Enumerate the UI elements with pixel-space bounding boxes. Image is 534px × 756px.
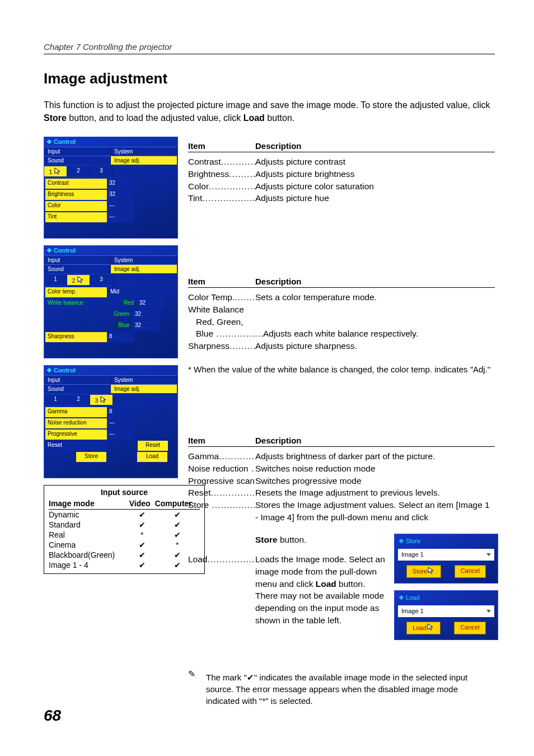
store-cancel-button[interactable]: Cancel [455, 565, 486, 577]
subtab-2[interactable]: 2 [67, 395, 90, 405]
label-noise-red[interactable]: Noise reduction [45, 418, 107, 428]
page-number: 68 [44, 707, 61, 725]
label-color[interactable]: Color [45, 201, 107, 211]
table-row: Cinema✔* [49, 540, 200, 550]
subtab-2[interactable]: 2 [67, 275, 90, 285]
footnote-mark: The mark "✔" indicates the available ima… [206, 671, 475, 707]
cursor-icon [77, 276, 85, 284]
desc-row: Sharpness.................Adjusts pictur… [188, 340, 495, 352]
desc-row: Load.............................Loads t… [188, 553, 386, 626]
value-red[interactable]: 32 [137, 298, 164, 309]
label-green: Green [107, 310, 133, 320]
value-sharpness[interactable]: 8 [107, 332, 134, 342]
tab-image-adj[interactable]: Image adj. [111, 264, 177, 273]
value-contrast[interactable]: 32 [107, 179, 134, 189]
col-image-mode: Image mode [49, 498, 129, 510]
label-colortemp[interactable]: Color temp. [45, 287, 107, 297]
table-title: Input source [49, 488, 200, 498]
subtab-1[interactable]: 1 [44, 275, 67, 285]
col-video: Video [129, 498, 155, 510]
desc-row: Color..........................Adjusts p… [188, 180, 495, 193]
desc-row: Contrast...................Adjusts pictu… [188, 156, 495, 168]
tab-system[interactable]: System [111, 255, 177, 264]
control-icon: ❖ [46, 247, 54, 254]
load-button[interactable]: Load [137, 452, 167, 462]
label-progressive[interactable]: Progressive [45, 430, 107, 440]
cursor-icon [427, 567, 435, 575]
desc-row: White Balance [188, 304, 495, 316]
tab-system[interactable]: System [111, 375, 177, 384]
tab-sound[interactable]: Sound [44, 384, 111, 393]
label-tint[interactable]: Tint [45, 212, 107, 222]
tab-sound[interactable]: Sound [44, 264, 111, 273]
subtab-3[interactable]: 3 [90, 395, 113, 405]
pencil-icon: ✎ [188, 668, 196, 680]
control-panel-3: ❖ Control Input System Sound Image adj. … [44, 365, 178, 478]
load-confirm-button[interactable]: Load [406, 622, 440, 634]
table-row: Standard✔✔ [49, 520, 200, 530]
label-gamma[interactable]: Gamma [45, 407, 107, 417]
tab-input[interactable]: Input [44, 147, 111, 156]
footnote-wb: * When the value of the white balance is… [188, 363, 495, 375]
subtab-2[interactable]: 2 [67, 166, 90, 176]
store-icon: ❖ [399, 538, 406, 544]
intro-paragraph: This function is to adjust the projected… [44, 99, 491, 124]
chapter-header: Chapter 7 Controlling the projector [44, 42, 495, 54]
desc-cont: Store button. [255, 534, 386, 546]
desc-row: Progressive scan ........Switches progre… [188, 475, 495, 487]
table-row: Real*✔ [49, 530, 200, 540]
subtab-1[interactable]: 1 [44, 395, 67, 405]
store-confirm-button[interactable]: Store [406, 565, 441, 577]
tab-image-adj[interactable]: Image adj. [111, 384, 177, 393]
section-header: ItemDescription [188, 141, 495, 152]
label-contrast[interactable]: Contrast [45, 179, 107, 189]
tab-image-adj[interactable]: Image adj. [111, 156, 177, 165]
load-cancel-button[interactable]: Cancel [454, 622, 485, 634]
cursor-icon [427, 623, 434, 631]
table-row: Dynamic✔✔ [49, 510, 200, 520]
store-button[interactable]: Store [76, 452, 106, 462]
value-tint[interactable]: --- [107, 212, 134, 222]
store-dropdown[interactable]: Image 1 [398, 549, 494, 561]
desc-row: Noise reduction ......Switches noise red… [188, 463, 495, 475]
desc-row: Store ............................Stores… [188, 499, 495, 523]
tab-sound[interactable]: Sound [44, 156, 111, 165]
cursor-icon [100, 396, 107, 404]
desc-row: Red, Green, [188, 316, 495, 328]
desc-row: Color Temp...............Sets a color te… [188, 291, 495, 304]
cursor-icon [54, 167, 62, 175]
reset-button[interactable]: Reset [138, 441, 168, 451]
value-colortemp[interactable]: Mid [107, 287, 176, 297]
value-blue[interactable]: 32 [133, 321, 160, 331]
label-brightness[interactable]: Brightness [45, 190, 107, 200]
subtab-1[interactable]: 1 [44, 166, 67, 176]
tab-system[interactable]: System [111, 147, 177, 156]
label-reset: Reset [45, 441, 107, 451]
section-header: ItemDescription [188, 277, 495, 288]
subtab-3[interactable]: 3 [90, 166, 113, 176]
value-brightness[interactable]: 32 [107, 190, 134, 200]
control-panel-1: ❖ Control Input System Sound Image adj. … [44, 137, 178, 239]
value-gamma[interactable]: 8 [107, 407, 134, 417]
desc-row: Gamma........................Adjusts bri… [188, 450, 495, 463]
tab-input[interactable]: Input [44, 375, 111, 384]
label-blue: Blue [107, 321, 133, 331]
section-header: ItemDescription [188, 436, 495, 447]
label-sharpness[interactable]: Sharpness [45, 332, 107, 342]
desc-row: Blue .......................Adjusts each… [188, 328, 495, 340]
control-panel-2: ❖ Control Input System Sound Image adj. … [44, 245, 178, 358]
table-row: Blackboard(Green)✔✔ [49, 550, 200, 560]
value-green[interactable]: 32 [133, 310, 160, 320]
value-noise-red[interactable]: --- [107, 418, 134, 428]
chevron-down-icon [486, 553, 491, 556]
chevron-down-icon [486, 610, 491, 613]
store-dialog: ❖ Store Image 1 Store Cancel [394, 534, 498, 584]
value-color[interactable]: --- [107, 201, 134, 211]
input-source-table: Input source Image modeVideoComputer Dyn… [44, 485, 205, 574]
value-progressive[interactable]: --- [107, 430, 134, 440]
subtab-3[interactable]: 3 [90, 275, 113, 285]
page-title: Image adjustment [44, 70, 495, 87]
tab-input[interactable]: Input [44, 255, 111, 264]
load-dropdown[interactable]: Image 1 [398, 605, 494, 617]
load-icon: ❖ [399, 594, 406, 601]
